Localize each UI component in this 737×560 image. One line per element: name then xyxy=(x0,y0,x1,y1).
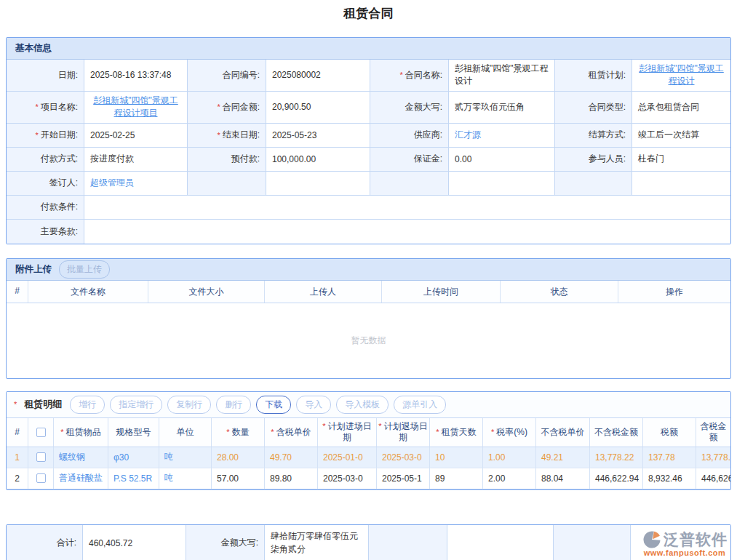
attachments-panel: 附件上传 批量上传 # 文件名称 文件大小 上传人 上传时间 状态 操作 暂无数… xyxy=(6,258,731,379)
fanpu-logo-icon xyxy=(642,529,662,550)
col-days: *租赁天数 xyxy=(430,418,483,447)
item-cell: 螺纹钢 xyxy=(54,447,108,468)
lease-details-table-header: # *租赁物品 规格型号 单位 *数量 *含税单价 *计划进场日期 *计划退场日… xyxy=(7,418,730,447)
prepayment-label: 预付款: xyxy=(188,148,266,172)
summary-amount-words-value: 肆拾陆万零肆佰零伍元柒角贰分 xyxy=(265,525,369,560)
empty-value-cell xyxy=(266,172,370,196)
amount-no-tax-cell: 446,622.94 xyxy=(590,468,643,489)
amount-words-value: 贰万零玖佰元伍角 xyxy=(449,92,555,124)
amount-no-tax-cell: 13,778.22 xyxy=(590,447,643,468)
end-date-label: *结束日期: xyxy=(188,124,266,148)
insert-row-button[interactable]: 指定增行 xyxy=(110,396,162,414)
contract-name-value: 彭祖新城"四馆"景观工程设计 xyxy=(449,60,555,92)
contract-type-label: 合同类型: xyxy=(555,92,632,124)
lease-details-title: 租赁明细 xyxy=(24,398,62,411)
deposit-value: 0.00 xyxy=(449,148,555,172)
delete-row-button[interactable]: 删行 xyxy=(216,396,251,414)
lease-details-panel: * 租赁明细 增行 指定增行 复制行 删行 下载 导入 导入模板 源单引入 # … xyxy=(6,391,731,490)
contract-no-value: 2025080002 xyxy=(266,60,370,92)
batch-upload-button[interactable]: 批量上传 xyxy=(59,260,110,279)
source-import-button[interactable]: 源单引入 xyxy=(394,396,446,414)
price-no-tax-cell: 88.04 xyxy=(536,468,590,489)
tax-cell: 8,932.46 xyxy=(643,468,696,489)
unit-link[interactable]: 吨 xyxy=(164,472,173,484)
signer-label: 签订人: xyxy=(7,172,84,196)
total-label: 合计: xyxy=(7,525,83,560)
prepayment-value: 100,000.00 xyxy=(266,148,370,172)
attachments-header: 附件上传 批量上传 xyxy=(7,259,730,281)
amount-tax-cell: 13,778.80 xyxy=(696,447,730,468)
col-file-name: 文件名称 xyxy=(28,281,148,303)
qty-cell: 57.00 xyxy=(212,468,265,489)
add-row-button[interactable]: 增行 xyxy=(70,396,105,414)
col-select-all xyxy=(28,418,54,447)
col-qty: *数量 xyxy=(212,418,265,447)
project-name-link[interactable]: 彭祖新城"四馆"景观工程设计项目 xyxy=(90,95,181,120)
attachments-table-header: # 文件名称 文件大小 上传人 上传时间 状态 操作 xyxy=(7,281,730,303)
item-link[interactable]: 螺纹钢 xyxy=(59,451,85,463)
supplier-cell: 汇才源 xyxy=(449,124,555,148)
col-upload-time: 上传时间 xyxy=(382,281,501,303)
days-cell: 89 xyxy=(430,468,483,489)
amount-tax-cell: 446,626.92 xyxy=(696,468,730,489)
import-button[interactable]: 导入 xyxy=(296,396,331,414)
supplier-link[interactable]: 汇才源 xyxy=(455,129,481,141)
basic-info-grid: 日期: 2025-08-16 13:37:48 合同编号: 2025080002… xyxy=(7,60,730,244)
basic-info-panel: 基本信息 日期: 2025-08-16 13:37:48 合同编号: 20250… xyxy=(6,37,731,244)
contract-amount-value: 20,900.50 xyxy=(266,92,370,124)
row-checkbox[interactable] xyxy=(36,452,46,462)
select-all-checkbox[interactable] xyxy=(36,428,46,437)
col-file-size: 文件大小 xyxy=(148,281,265,303)
payment-method-label: 付款方式: xyxy=(7,148,84,172)
row-select xyxy=(28,468,54,489)
download-button[interactable]: 下载 xyxy=(256,396,291,414)
days-cell: 10 xyxy=(430,447,483,468)
lease-plan-label: 租赁计划: xyxy=(555,60,632,92)
copy-row-button[interactable]: 复制行 xyxy=(167,396,211,414)
lease-details-toolbar: * 租赁明细 增行 指定增行 复制行 删行 下载 导入 导入模板 源单引入 xyxy=(7,392,730,418)
required-mark: * xyxy=(217,103,220,111)
out-date-cell: 2025-03-0 xyxy=(377,447,430,468)
payment-terms-label: 付款条件: xyxy=(7,196,84,220)
row-index: 1 xyxy=(7,447,28,468)
empty-label-cell xyxy=(554,525,631,560)
spec-link[interactable]: P.S 52.5R xyxy=(113,473,152,484)
qty-cell: 28.00 xyxy=(212,447,265,468)
item-link[interactable]: 普通硅酸盐 xyxy=(59,472,103,484)
deposit-label: 保证金: xyxy=(370,148,449,172)
contract-name-label: *合同名称: xyxy=(370,60,449,92)
project-name-cell: 彭祖新城"四馆"景观工程设计项目 xyxy=(84,92,188,124)
empty-label-cell xyxy=(188,172,266,196)
contract-amount-label: *合同金额: xyxy=(188,92,266,124)
date-value: 2025-08-16 13:37:48 xyxy=(84,60,188,92)
col-in-date: *计划进场日期 xyxy=(318,418,377,447)
import-template-button[interactable]: 导入模板 xyxy=(336,396,389,414)
unit-link[interactable]: 吨 xyxy=(164,451,173,463)
col-tax: 税额 xyxy=(643,418,696,447)
required-mark: * xyxy=(14,400,17,409)
empty-value-cell xyxy=(449,172,555,196)
signer-cell: 超级管理员 xyxy=(84,172,188,196)
project-name-label: *项目名称: xyxy=(7,92,84,124)
logo-website: www.fanpusoft.com xyxy=(644,548,726,557)
signer-link[interactable]: 超级管理员 xyxy=(90,177,134,189)
participants-label: 参与人员: xyxy=(555,148,632,172)
unit-cell: 吨 xyxy=(159,468,212,489)
col-price-tax: *含税单价 xyxy=(265,418,318,447)
main-clauses-label: 主要条款: xyxy=(7,220,84,244)
page-title: 租赁合同 xyxy=(6,0,731,23)
table-row: 1 螺纹钢 φ30 吨 28.00 49.70 2025-01-0 2025-0… xyxy=(7,447,730,468)
item-cell: 普通硅酸盐 xyxy=(54,468,108,489)
lease-plan-link[interactable]: 彭祖新城"四馆"景观工程设计 xyxy=(638,63,725,88)
col-tax-rate: *税率(%) xyxy=(483,418,536,447)
spec-link[interactable]: φ30 xyxy=(113,452,129,463)
empty-label-cell xyxy=(369,525,447,560)
price-no-tax-cell: 49.21 xyxy=(536,447,590,468)
logo-text: 泛普软件 xyxy=(664,529,728,550)
contract-type-value: 总承包租赁合同 xyxy=(632,92,730,124)
empty-value-cell xyxy=(447,525,554,560)
logo-cell: 泛普软件 www.fanpusoft.com xyxy=(631,525,730,560)
empty-label-cell xyxy=(370,172,449,196)
settlement-label: 结算方式: xyxy=(555,124,632,148)
row-checkbox[interactable] xyxy=(36,473,46,483)
